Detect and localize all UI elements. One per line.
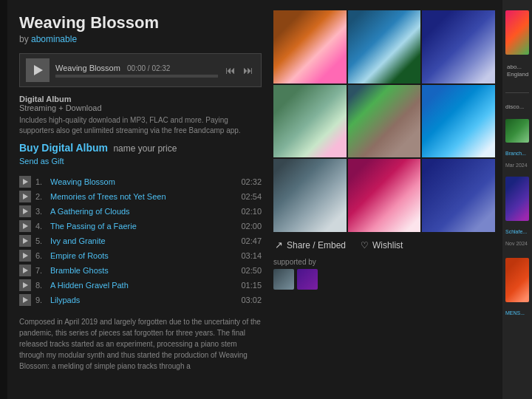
center-panel: ↗ Share / Embed ♡ Wishlist supported by xyxy=(273,0,502,399)
track-name-7[interactable]: Bramble Ghosts xyxy=(50,266,236,275)
artist-line: by abominable xyxy=(19,34,262,44)
track-play-icon xyxy=(23,297,28,303)
track-list: 1. Weaving Blossom 02:32 2. Memories of … xyxy=(19,174,262,307)
buy-button[interactable]: Buy Digital Album xyxy=(19,142,108,154)
track-item: 2. Memories of Trees not Yet Seen 02:54 xyxy=(19,189,262,204)
track-play-icon xyxy=(23,282,28,288)
artist-link[interactable]: abominable xyxy=(31,34,77,44)
track-play-7[interactable] xyxy=(19,265,31,276)
track-dur-6: 03:14 xyxy=(241,251,262,260)
track-item: 3. A Gathering of Clouds 02:10 xyxy=(19,204,262,219)
wishlist-label: Wishlist xyxy=(372,240,403,250)
track-name-8[interactable]: A Hidden Gravel Path xyxy=(50,281,236,290)
art-cell-2 xyxy=(422,10,495,83)
right-album-title-1[interactable]: Branch... xyxy=(505,150,529,157)
right-divider-1 xyxy=(505,92,529,93)
right-album-title-2[interactable]: Schlafe... xyxy=(505,228,529,235)
player-info: Weaving Blossom 00:00 / 02:32 xyxy=(55,64,218,78)
supported-label: supported by xyxy=(273,258,316,266)
art-cell-7 xyxy=(348,159,421,232)
avatar-2[interactable] xyxy=(297,269,318,290)
track-num: 3. xyxy=(35,207,46,216)
share-embed-label: Share / Embed xyxy=(287,240,346,250)
send-gift-link[interactable]: Send as Gift xyxy=(19,157,262,166)
right-artist-name: abo... xyxy=(507,64,528,71)
avatar-1[interactable] xyxy=(273,269,294,290)
track-dur-4: 02:00 xyxy=(241,222,262,231)
right-thumb-3[interactable] xyxy=(505,258,529,302)
track-play-icon xyxy=(23,238,28,244)
art-cell-4 xyxy=(348,85,421,158)
player-controls: ⏮ ⏭ xyxy=(224,63,255,78)
right-artist-section: abo... England xyxy=(505,61,529,82)
play-button[interactable] xyxy=(26,58,50,82)
track-name-6[interactable]: Empire of Roots xyxy=(50,251,236,260)
track-name-1[interactable]: Weaving Blossom xyxy=(50,177,236,186)
right-date-2: Nov 2024 xyxy=(505,241,529,246)
share-icon: ↗ xyxy=(275,239,283,250)
track-play-2[interactable] xyxy=(19,191,31,202)
track-item: 4. The Passing of a Faerie 02:00 xyxy=(19,219,262,233)
track-name-4[interactable]: The Passing of a Faerie xyxy=(50,222,236,231)
price-label: name your price xyxy=(113,143,177,154)
right-location: England xyxy=(507,71,528,78)
art-cell-5 xyxy=(422,85,495,158)
track-play-8[interactable] xyxy=(19,279,31,291)
track-play-9[interactable] xyxy=(19,294,31,306)
album-title: Weaving Blossom xyxy=(19,13,262,33)
streaming-label: Streaming + Download xyxy=(19,103,262,112)
track-play-icon xyxy=(23,208,28,214)
track-play-4[interactable] xyxy=(19,220,31,232)
share-embed-button[interactable]: ↗ Share / Embed xyxy=(275,239,346,250)
play-icon xyxy=(34,65,43,75)
track-item: 8. A Hidden Gravel Path 01:15 xyxy=(19,278,262,293)
track-item: 1. Weaving Blossom 02:32 xyxy=(19,174,262,189)
player-progress[interactable] xyxy=(55,75,218,78)
next-button[interactable]: ⏭ xyxy=(242,63,255,78)
includes-text: Includes high-quality download in MP3, F… xyxy=(19,115,262,136)
right-thumb-top xyxy=(505,10,529,55)
supporter-avatars xyxy=(273,269,495,290)
track-name-3[interactable]: A Gathering of Clouds xyxy=(50,207,236,216)
art-cell-8 xyxy=(422,159,495,232)
share-row: ↗ Share / Embed ♡ Wishlist xyxy=(273,239,495,250)
right-panel: abo... England disco... Branch... Mar 20… xyxy=(502,0,532,399)
main-content: Weaving Blossom by abominable Weaving Bl… xyxy=(7,0,532,399)
player-track-name: Weaving Blossom 00:00 / 02:32 xyxy=(55,64,218,72)
track-num: 2. xyxy=(35,192,46,201)
right-album-title-3[interactable]: MENS... xyxy=(505,310,529,316)
track-item: 7. Bramble Ghosts 02:50 xyxy=(19,263,262,278)
track-dur-5: 02:47 xyxy=(241,236,262,245)
track-play-icon xyxy=(23,267,28,273)
art-cell-0 xyxy=(273,10,347,83)
heart-icon: ♡ xyxy=(361,240,369,250)
right-album-thumb-1[interactable] xyxy=(505,119,529,143)
track-num: 7. xyxy=(35,266,46,275)
track-name-2[interactable]: Memories of Trees not Yet Seen xyxy=(50,192,236,201)
digital-label: Digital Album xyxy=(19,95,262,103)
description: Composed in April 2019 and largely forgo… xyxy=(19,316,262,372)
track-num: 9. xyxy=(35,296,46,304)
track-num: 4. xyxy=(35,222,46,231)
track-play-icon xyxy=(23,194,28,200)
track-play-icon xyxy=(23,223,28,229)
track-play-icon xyxy=(23,179,28,185)
album-art-grid xyxy=(273,10,495,232)
right-thumb-2[interactable] xyxy=(505,177,529,221)
track-play-5[interactable] xyxy=(19,235,31,247)
right-date-1: Mar 2024 xyxy=(505,163,529,168)
left-panel: Weaving Blossom by abominable Weaving Bl… xyxy=(7,0,273,399)
track-name-5[interactable]: Ivy and Granite xyxy=(50,236,236,245)
track-dur-7: 02:50 xyxy=(241,266,262,275)
track-name-9[interactable]: Lilypads xyxy=(50,296,236,304)
track-dur-9: 03:02 xyxy=(241,296,262,304)
supported-section: supported by xyxy=(273,258,495,290)
track-item: 9. Lilypads 03:02 xyxy=(19,293,262,307)
track-play-6[interactable] xyxy=(19,250,31,262)
prev-button[interactable]: ⏮ xyxy=(224,63,237,78)
track-num: 6. xyxy=(35,251,46,260)
track-play-3[interactable] xyxy=(19,205,31,217)
track-dur-8: 01:15 xyxy=(241,281,262,290)
wishlist-button[interactable]: ♡ Wishlist xyxy=(361,240,403,250)
track-play-1[interactable] xyxy=(19,176,31,188)
